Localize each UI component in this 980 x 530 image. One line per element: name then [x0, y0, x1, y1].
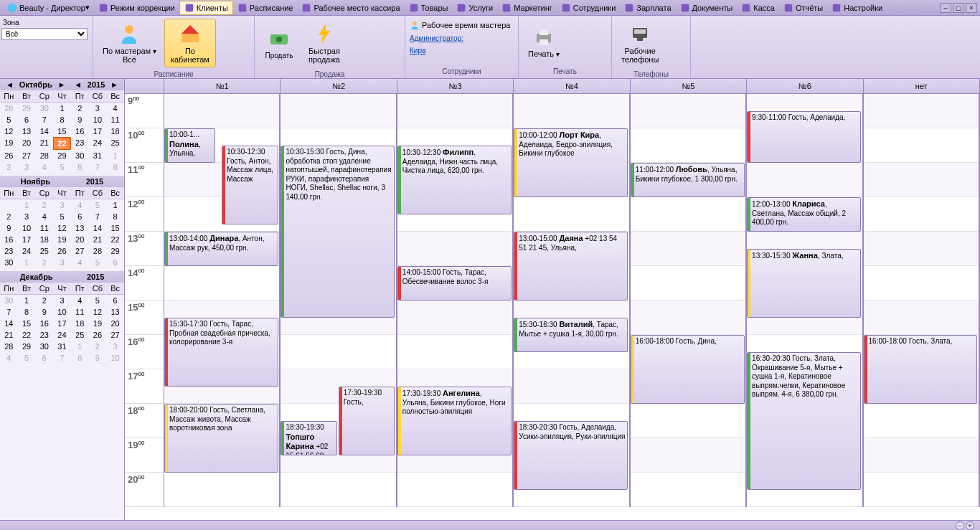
close-button[interactable]: × — [966, 3, 977, 13]
appointment[interactable]: 17:30-19:30 Гость, — [339, 387, 395, 455]
cal-day[interactable]: 18 — [106, 126, 124, 137]
cal-day[interactable]: 8 — [18, 306, 36, 318]
cal-day[interactable]: 31 — [89, 150, 107, 161]
cal-day[interactable]: 6 — [106, 295, 124, 306]
cal-day[interactable]: 23 — [35, 329, 53, 341]
cal-day-other[interactable]: 1 — [18, 257, 36, 268]
cal-day[interactable]: 22 — [53, 137, 71, 150]
appointment[interactable]: 10:30-12:30 Гость, Антон, Массаж лица, М… — [222, 146, 278, 224]
cal-day[interactable]: 5 — [53, 211, 71, 222]
menu-cashier[interactable]: Рабочее место кассира — [297, 1, 404, 15]
cal-day[interactable]: 21 — [35, 137, 53, 150]
appointment[interactable]: 10:30-12:30 Филипп, Аделаида, Нижн.часть… — [397, 146, 512, 214]
cal-day[interactable]: 14 — [0, 318, 18, 329]
appointment[interactable]: 18:30-19:30 Топшго Карина +02 15 61 56 6… — [281, 421, 337, 455]
schedule-column[interactable]: 10:00-12:00 Лорт Кира, Аделаида, Бедро-э… — [514, 94, 630, 507]
sell-button[interactable]: Продать — [258, 24, 301, 63]
cal-prev-year[interactable]: ◄ — [71, 80, 85, 89]
cal-day-other[interactable]: 8 — [71, 352, 89, 364]
cal-day-other[interactable]: 29 — [18, 103, 36, 114]
cal-day[interactable]: 21 — [89, 234, 107, 245]
cal-day[interactable]: 29 — [106, 245, 124, 257]
menu-scissors[interactable]: Услуги — [452, 1, 497, 15]
cal-day[interactable]: 29 — [53, 150, 71, 161]
cal-day[interactable]: 17 — [53, 318, 71, 329]
worktime-link[interactable]: Рабочее время мастера — [408, 19, 512, 32]
cal-day-other[interactable]: 4 — [71, 257, 89, 268]
cal-day[interactable]: 22 — [106, 234, 124, 245]
menu-heart[interactable]: Маркетинг — [497, 1, 556, 15]
cal-day-other[interactable]: 3 — [106, 341, 124, 352]
cal-day[interactable]: 23 — [0, 245, 18, 257]
cal-day[interactable]: 19 — [0, 137, 18, 150]
schedule-column[interactable]: 16:00-18:00 Гость, Злата, — [864, 94, 980, 507]
menu-box[interactable]: Товары — [405, 1, 453, 15]
cal-day[interactable]: 3 — [18, 211, 36, 222]
cal-day[interactable]: 13 — [18, 126, 36, 137]
minimize-button[interactable]: – — [940, 3, 951, 13]
cal-day[interactable]: 16 — [35, 318, 53, 329]
appointment[interactable]: 15:30-16:30 Виталий, Тарас, Мытье + сушк… — [514, 318, 628, 352]
menu-money[interactable]: Зарплата — [620, 1, 675, 15]
maximize-button[interactable]: ▢ — [953, 3, 964, 13]
cal-day[interactable]: 4 — [106, 103, 124, 114]
appointment[interactable]: 10:30-15:30 Гость, Дина, обработка стоп … — [281, 146, 395, 318]
appointment[interactable]: 17:30-19:30 Ангелина, Ульяна, Бикини глу… — [397, 387, 512, 455]
cal-day-other[interactable]: 6 — [106, 257, 124, 268]
column-header[interactable]: №1 — [164, 79, 281, 93]
cal-day-other[interactable]: 2 — [0, 161, 18, 173]
cal-day[interactable]: 2 — [71, 103, 89, 114]
cal-day[interactable]: 15 — [18, 318, 36, 329]
cal-day-other[interactable]: 5 — [18, 352, 36, 364]
cal-day-other[interactable]: 4 — [0, 352, 18, 364]
cal-prev[interactable]: ◄ — [3, 80, 17, 89]
by-masters-button[interactable]: По мастерам ▾Всё — [96, 19, 163, 67]
cal-day-other[interactable] — [0, 199, 18, 211]
cal-day[interactable]: 30 — [35, 341, 53, 352]
appointment[interactable]: 9:30-11:00 Гость, Аделаида, — [747, 111, 861, 163]
cal-day[interactable]: 27 — [18, 150, 36, 161]
cal-day[interactable]: 8 — [53, 114, 71, 126]
column-header[interactable]: №4 — [514, 79, 630, 93]
cal-day[interactable]: 15 — [106, 222, 124, 234]
schedule-column[interactable]: 10:30-12:30 Филипп, Аделаида, Нижн.часть… — [397, 94, 514, 507]
cal-day-other[interactable]: 8 — [106, 161, 124, 173]
phones-button[interactable]: Рабочиетелефоны — [615, 19, 665, 67]
by-rooms-button[interactable]: Покабинетам — [164, 19, 216, 67]
cal-day-other[interactable]: 5 — [89, 199, 107, 211]
appointment[interactable]: 12:00-13:00 Клариса, Светлана, Массаж об… — [747, 197, 861, 232]
cal-day-other[interactable]: 10 — [106, 352, 124, 364]
cal-day[interactable]: 1 — [106, 199, 124, 211]
cal-day[interactable]: 22 — [18, 329, 36, 341]
quick-sale-button[interactable]: Быстраяпродажа — [302, 19, 347, 67]
cal-day[interactable]: 6 — [71, 211, 89, 222]
cal-day-other[interactable]: 3 — [53, 199, 71, 211]
cal-day[interactable]: 18 — [35, 234, 53, 245]
cal-day-other[interactable]: 6 — [71, 161, 89, 173]
schedule-column[interactable]: 9:30-11:00 Гость, Аделаида,12:00-13:00 К… — [747, 94, 863, 507]
cal-day-other[interactable]: 28 — [0, 103, 18, 114]
cal-next-month[interactable]: ► — [55, 80, 69, 89]
zoom-in-button[interactable]: + — [966, 521, 974, 530]
cal-day[interactable]: 26 — [53, 245, 71, 257]
zone-select[interactable]: Всё — [1, 28, 88, 40]
print-button[interactable]: Печать ▾ — [522, 22, 566, 62]
cal-day[interactable]: 3 — [53, 295, 71, 306]
cal-day[interactable]: 3 — [89, 103, 107, 114]
menu-calendar[interactable]: Расписание — [233, 1, 298, 15]
menu-gear[interactable]: Настройки — [827, 1, 887, 15]
column-header[interactable]: №6 — [747, 79, 863, 93]
cal-day[interactable]: 18 — [71, 318, 89, 329]
admin-name-link[interactable]: Кира — [410, 47, 426, 55]
appointment[interactable]: 10:00-1... Полина, Ульяна, — [164, 128, 215, 163]
cal-day[interactable]: 12 — [0, 126, 18, 137]
cal-day-other[interactable]: 3 — [18, 161, 36, 173]
cal-day[interactable]: 11 — [106, 114, 124, 126]
appointment[interactable]: 16:00-18:00 Гость, Дина, — [631, 335, 745, 404]
app-title-menu[interactable]: Beauty - Директор ▾ — [3, 1, 94, 14]
cal-day[interactable]: 16 — [71, 126, 89, 137]
cal-day-other[interactable]: 1 — [18, 199, 36, 211]
cal-day[interactable]: 19 — [53, 234, 71, 245]
appointment[interactable]: 10:00-12:00 Лорт Кира, Аделаида, Бедро-э… — [514, 128, 628, 197]
cal-day-other[interactable]: 30 — [0, 295, 18, 306]
